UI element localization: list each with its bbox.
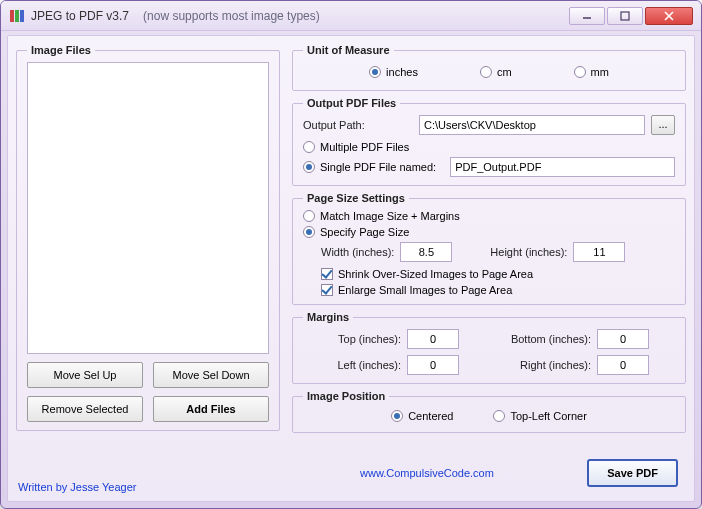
single-pdf-radio[interactable]: Single PDF File named:: [303, 161, 436, 173]
move-sel-down-button[interactable]: Move Sel Down: [153, 362, 269, 388]
multiple-pdf-radio[interactable]: Multiple PDF Files: [303, 141, 409, 153]
svg-rect-2: [20, 10, 24, 22]
footer: www.CompulsiveCode.com Save PDF: [300, 459, 678, 487]
page-size-group: Page Size Settings Match Image Size + Ma…: [292, 192, 686, 305]
minimize-button[interactable]: [569, 7, 605, 25]
margin-right-input[interactable]: [597, 355, 649, 375]
move-sel-up-button[interactable]: Move Sel Up: [27, 362, 143, 388]
svg-rect-1: [15, 10, 19, 22]
client-area: Image Files Move Sel Up Move Sel Down Re…: [7, 35, 695, 502]
page-size-legend: Page Size Settings: [303, 192, 409, 204]
position-topleft-radio[interactable]: Top-Left Corner: [493, 410, 586, 422]
specify-size-radio[interactable]: Specify Page Size: [303, 226, 409, 238]
browse-button[interactable]: ...: [651, 115, 675, 135]
unit-mm-radio[interactable]: mm: [574, 66, 609, 78]
remove-selected-button[interactable]: Remove Selected: [27, 396, 143, 422]
match-size-radio[interactable]: Match Image Size + Margins: [303, 210, 460, 222]
margin-left-label: Left (inches):: [321, 359, 401, 371]
margin-bottom-input[interactable]: [597, 329, 649, 349]
margins-group: Margins Top (inches): Bottom (inches): L…: [292, 311, 686, 384]
maximize-button[interactable]: [607, 7, 643, 25]
window-subtitle: (now supports most image types): [143, 9, 320, 23]
app-icon: [9, 8, 25, 24]
output-group: Output PDF Files Output Path: ... Multip…: [292, 97, 686, 186]
author-link[interactable]: Written by Jesse Yeager: [18, 481, 136, 493]
margin-left-input[interactable]: [407, 355, 459, 375]
enlarge-label: Enlarge Small Images to Page Area: [338, 284, 512, 296]
height-label: Height (inches):: [490, 246, 567, 258]
close-button[interactable]: [645, 7, 693, 25]
position-centered-radio[interactable]: Centered: [391, 410, 453, 422]
margin-bottom-label: Bottom (inches):: [491, 333, 591, 345]
unit-mm-label: mm: [591, 66, 609, 78]
unit-legend: Unit of Measure: [303, 44, 394, 56]
single-pdf-label: Single PDF File named:: [320, 161, 436, 173]
single-pdf-filename-input[interactable]: [450, 157, 675, 177]
image-files-legend: Image Files: [27, 44, 95, 56]
website-link[interactable]: www.CompulsiveCode.com: [360, 467, 494, 479]
width-label: Width (inches):: [321, 246, 394, 258]
app-window: JPEG to PDF v3.7 (now supports most imag…: [0, 0, 702, 509]
add-files-button[interactable]: Add Files: [153, 396, 269, 422]
shrink-label: Shrink Over-Sized Images to Page Area: [338, 268, 533, 280]
window-controls: [569, 7, 693, 25]
output-legend: Output PDF Files: [303, 97, 400, 109]
image-files-group: Image Files Move Sel Up Move Sel Down Re…: [16, 44, 280, 431]
svg-rect-4: [621, 12, 629, 20]
image-position-group: Image Position Centered Top-Left Corner: [292, 390, 686, 433]
titlebar: JPEG to PDF v3.7 (now supports most imag…: [1, 1, 701, 31]
match-size-label: Match Image Size + Margins: [320, 210, 460, 222]
output-path-input[interactable]: [419, 115, 645, 135]
unit-inches-label: inches: [386, 66, 418, 78]
height-input[interactable]: [573, 242, 625, 262]
svg-rect-0: [10, 10, 14, 22]
image-position-legend: Image Position: [303, 390, 389, 402]
unit-cm-label: cm: [497, 66, 512, 78]
margin-top-input[interactable]: [407, 329, 459, 349]
margin-top-label: Top (inches):: [321, 333, 401, 345]
margin-right-label: Right (inches):: [491, 359, 591, 371]
unit-cm-radio[interactable]: cm: [480, 66, 512, 78]
multiple-pdf-label: Multiple PDF Files: [320, 141, 409, 153]
position-centered-label: Centered: [408, 410, 453, 422]
unit-inches-radio[interactable]: inches: [369, 66, 418, 78]
margins-legend: Margins: [303, 311, 353, 323]
specify-size-label: Specify Page Size: [320, 226, 409, 238]
enlarge-checkbox[interactable]: Enlarge Small Images to Page Area: [321, 284, 512, 296]
position-topleft-label: Top-Left Corner: [510, 410, 586, 422]
width-input[interactable]: [400, 242, 452, 262]
unit-group: Unit of Measure inches cm mm: [292, 44, 686, 91]
shrink-checkbox[interactable]: Shrink Over-Sized Images to Page Area: [321, 268, 533, 280]
window-title: JPEG to PDF v3.7: [31, 9, 129, 23]
output-path-label: Output Path:: [303, 119, 413, 131]
image-files-listbox[interactable]: [27, 62, 269, 354]
save-pdf-button[interactable]: Save PDF: [587, 459, 678, 487]
